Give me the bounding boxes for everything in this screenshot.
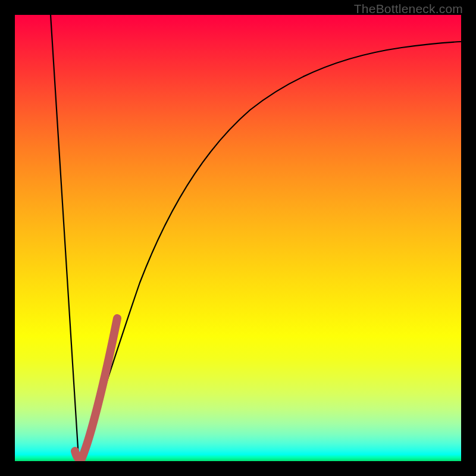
curve-layer — [15, 15, 461, 461]
highlight-segment — [75, 318, 117, 459]
plot-area — [15, 15, 461, 461]
main-curve — [51, 15, 461, 458]
chart-frame: TheBottleneck.com — [0, 0, 476, 476]
watermark-text: TheBottleneck.com — [354, 2, 463, 16]
